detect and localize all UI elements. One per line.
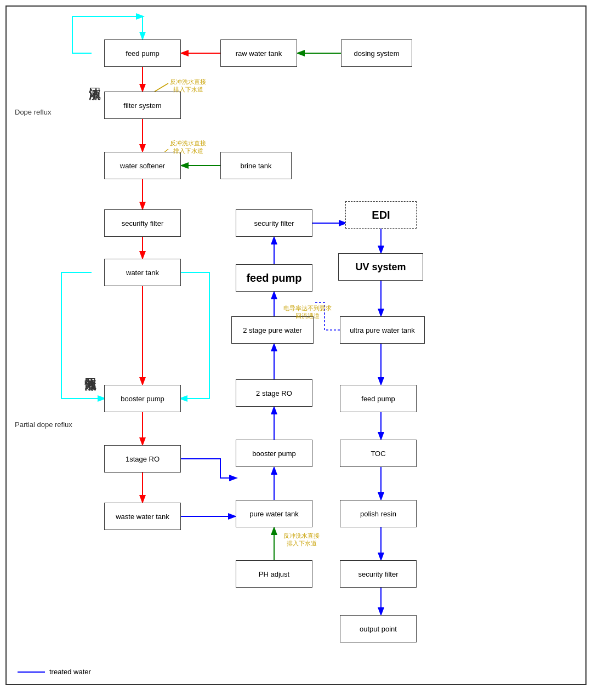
security-filter-2-box: security filter: [236, 209, 312, 237]
diagram-container: feed pump raw water tank dosing system f…: [5, 5, 587, 685]
output-point-box: output point: [340, 615, 417, 642]
note3-label: 电导率达不到要求回流通道: [283, 304, 332, 320]
stage1-ro-box: 1stage RO: [104, 445, 181, 473]
edi-box: EDI: [345, 201, 417, 229]
security-filter-3-box: security filter: [340, 560, 417, 588]
dosing-system-box: dosing system: [341, 39, 412, 67]
partial-dope-en-label: Partial dope reflux: [15, 420, 72, 429]
ultra-pure-water-tank-box: ultra pure water tank: [340, 316, 425, 344]
legend-label: treated water: [49, 668, 91, 676]
uv-system-box: UV system: [338, 253, 423, 281]
pure-water-tank-box: pure water tank: [236, 500, 312, 527]
booster-pump-2-box: booster pump: [236, 440, 312, 467]
raw-water-tank-box: raw water tank: [220, 39, 297, 67]
water-softener-box: water softener: [104, 152, 181, 179]
polish-resin-box: polish resin: [340, 500, 417, 527]
brine-tank-box: brine tank: [220, 152, 292, 179]
legend-line-blue: [18, 671, 45, 673]
note4-label: 反冲洗水直接排入下水道: [283, 532, 320, 548]
stage2-ro-box: 2 stage RO: [236, 379, 312, 407]
water-tank-box: water tank: [104, 259, 181, 286]
booster-pump-1-box: booster pump: [104, 385, 181, 412]
feed-pump-2-box: feed pump: [236, 264, 312, 292]
note1-label: 反冲洗水直接排入下水道: [170, 78, 206, 94]
legend: treated water: [18, 668, 91, 676]
stage2-pure-water-box: 2 stage pure water: [231, 316, 314, 344]
waste-water-tank-box: waste water tank: [104, 503, 181, 530]
ph-adjust-box: PH adjust: [236, 560, 312, 588]
feed-pump-1-box: feed pump: [104, 39, 181, 67]
dope-reflux-en-label: Dope reflux: [15, 108, 51, 116]
svg-line-26: [155, 83, 168, 92]
filter-system-box: filter system: [104, 92, 181, 119]
feed-pump-3-box: feed pump: [340, 385, 417, 412]
toc-box: TOC: [340, 440, 417, 467]
securifty-filter-box: securifty filter: [104, 209, 181, 237]
note2-label: 反冲洗水直接排入下水道: [170, 139, 206, 155]
